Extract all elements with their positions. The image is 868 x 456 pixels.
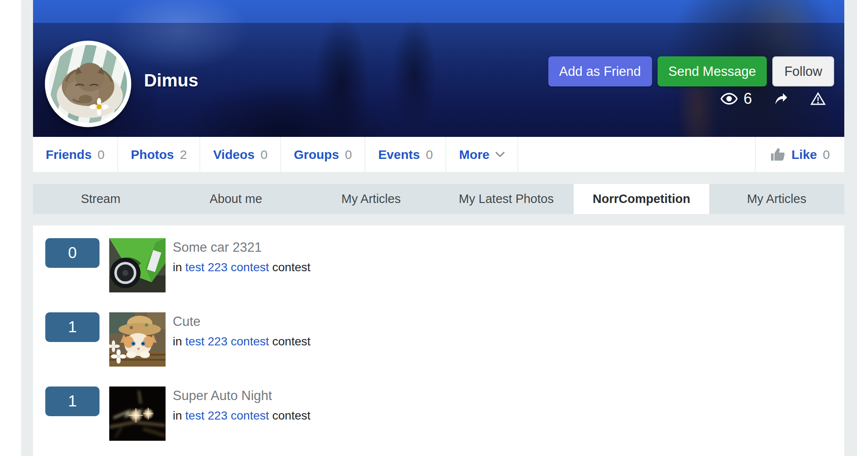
tab-my-latest-photos[interactable]: My Latest Photos	[439, 184, 574, 214]
nav-item-videos[interactable]: Videos 0	[200, 137, 281, 172]
vote-count-badge: 1	[45, 312, 100, 342]
send-message-button[interactable]: Send Message	[658, 56, 767, 86]
thumbs-up-icon	[770, 147, 785, 162]
thumbnail-kitten-with-hat[interactable]	[109, 312, 166, 367]
entry-row-super-auto-night: 1	[45, 386, 844, 441]
cover-photo: Dimus Add as Friend Send Message Follow …	[33, 0, 844, 137]
tab-my-articles[interactable]: My Articles	[304, 184, 439, 214]
contest-link[interactable]: test 223 contest	[185, 409, 269, 422]
report-warning-icon[interactable]	[810, 92, 826, 106]
entry-meta: in test 223 contest contest	[173, 335, 310, 348]
vote-count-badge: 0	[45, 238, 100, 268]
add-as-friend-button[interactable]: Add as Friend	[548, 56, 652, 86]
follow-button[interactable]: Follow	[772, 56, 834, 86]
tab-stream[interactable]: Stream	[33, 184, 168, 214]
tab-my-articles-2[interactable]: My Articles	[709, 184, 844, 214]
entry-row-some-car: 0 Some car 2321	[45, 238, 844, 292]
tab-norrcompetition[interactable]: NorrCompetition	[574, 184, 709, 214]
tab-about-me[interactable]: About me	[168, 184, 303, 214]
nav-item-photos[interactable]: Photos 2	[118, 137, 200, 172]
entry-title[interactable]: Some car 2321	[173, 240, 310, 255]
norrcompetition-entries-panel: 0 Some car 2321	[33, 225, 844, 456]
entry-meta: in test 223 contest contest	[173, 409, 310, 423]
thumbnail-green-car[interactable]	[109, 238, 166, 292]
entry-row-cute: 1	[45, 312, 844, 367]
profile-tabstrip: Stream About me My Articles My Latest Ph…	[33, 184, 844, 214]
entry-title[interactable]: Cute	[173, 314, 310, 329]
avatar-cat-image	[49, 45, 127, 123]
nav-item-groups[interactable]: Groups 0	[281, 137, 365, 172]
contest-link[interactable]: test 223 contest	[185, 261, 269, 274]
profile-navbar: Friends 0 Photos 2 Videos 0 Groups 0 Eve…	[33, 137, 844, 172]
views-count: 6	[744, 90, 752, 108]
thumbnail-night-car-light-trails[interactable]	[109, 386, 166, 441]
share-icon[interactable]	[774, 92, 788, 106]
profile-name: Dimus	[144, 70, 198, 91]
chevron-down-icon	[495, 152, 505, 158]
avatar[interactable]	[45, 41, 131, 127]
entry-meta: in test 223 contest contest	[173, 261, 310, 274]
entry-title[interactable]: Super Auto Night	[173, 388, 310, 403]
profile-page-container: Dimus Add as Friend Send Message Follow …	[21, 0, 857, 456]
nav-item-more[interactable]: More	[446, 137, 518, 172]
vote-count-badge: 1	[45, 386, 100, 416]
navbar-spacer	[518, 137, 755, 172]
contest-link[interactable]: test 223 contest	[185, 335, 269, 348]
eye-icon	[721, 93, 738, 105]
nav-item-friends[interactable]: Friends 0	[33, 137, 118, 172]
nav-item-events[interactable]: Events 0	[365, 137, 446, 172]
like-button[interactable]: Like 0	[755, 137, 844, 172]
